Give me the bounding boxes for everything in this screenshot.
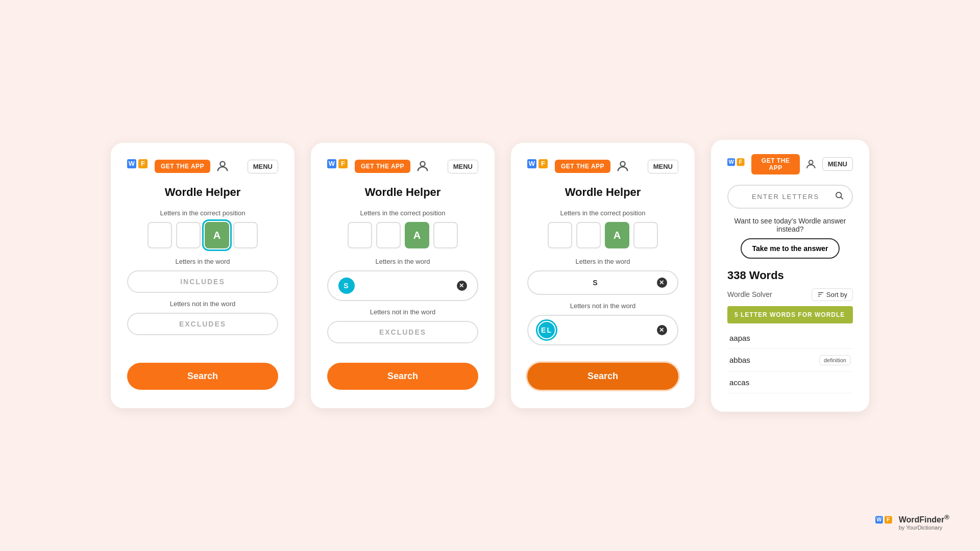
letter-box-3-0[interactable] xyxy=(548,222,572,248)
svg-text:F: F xyxy=(341,160,345,167)
word-row-accas: accas xyxy=(727,372,853,393)
word-row-aapas: aapas xyxy=(727,328,853,349)
definition-badge-abbas[interactable]: definition xyxy=(819,355,851,365)
excludes-placeholder-1: EXCLUDES xyxy=(179,320,226,328)
footer-brand-name: WordFinder® xyxy=(899,513,949,524)
search-icon-4 xyxy=(835,191,844,200)
sort-button-4[interactable]: Sort by xyxy=(812,288,853,301)
excludes-field-3[interactable]: EL ✕ xyxy=(527,315,678,345)
svg-text:W: W xyxy=(728,159,734,165)
letter-box-1-2[interactable]: A xyxy=(205,222,229,248)
get-app-button-2[interactable]: GET THE APP xyxy=(355,160,410,173)
card-3: W F GET THE APP MENU Wordle Helper Lette… xyxy=(511,143,695,408)
letter-box-3-1[interactable] xyxy=(576,222,601,248)
search-button-3[interactable]: Search xyxy=(527,363,678,390)
user-icon-2[interactable] xyxy=(415,159,430,173)
word-aapas: aapas xyxy=(729,334,750,342)
enter-letters-input[interactable] xyxy=(737,193,835,201)
word-accas: accas xyxy=(729,378,749,387)
footer-logo-icon: W F xyxy=(875,514,894,530)
search-icon-button-4[interactable] xyxy=(835,191,844,203)
letter-box-2-0[interactable] xyxy=(348,222,372,248)
letters-in-word-label-3: Letters in the word xyxy=(527,258,678,265)
letters-not-in-word-label-1: Letters not in the word xyxy=(127,300,278,308)
includes-value-3: S xyxy=(538,279,653,287)
category-banner-4: 5 LETTER WORDS FOR WORDLE xyxy=(727,306,853,323)
svg-text:W: W xyxy=(529,160,535,167)
logo-icon-1: W F xyxy=(127,157,150,176)
letter-box-3-2[interactable]: A xyxy=(605,222,629,248)
menu-button-4[interactable]: MENU xyxy=(822,157,853,171)
svg-text:W: W xyxy=(129,160,135,167)
card-2-title: Wordle Helper xyxy=(327,186,478,199)
svg-text:F: F xyxy=(887,516,890,522)
svg-text:W: W xyxy=(329,160,335,167)
correct-position-label-1: Letters in the correct position xyxy=(127,209,278,217)
footer-sub: by YourDictionary xyxy=(899,524,949,531)
menu-button-3[interactable]: MENU xyxy=(648,160,678,173)
footer-text: WordFinder® by YourDictionary xyxy=(899,513,949,531)
logo-icon-2: W F xyxy=(327,157,350,176)
includes-field-3[interactable]: S ✕ xyxy=(527,270,678,295)
card-1-title: Wordle Helper xyxy=(127,186,278,199)
logo-icon-3: W F xyxy=(527,157,550,176)
word-count-4: 338 Words xyxy=(727,269,853,282)
search-button-2[interactable]: Search xyxy=(327,363,478,390)
svg-text:F: F xyxy=(739,159,743,165)
user-icon-1[interactable] xyxy=(215,159,230,173)
answer-prompt-4: Want to see today's Wordle answer instea… xyxy=(727,217,853,233)
logo-icon-4: W F xyxy=(727,155,746,173)
solver-row-4: Wordle Solver Sort by xyxy=(727,288,853,301)
search-bar-4[interactable] xyxy=(727,185,853,209)
letter-boxes-3: A xyxy=(527,222,678,248)
get-app-button-3[interactable]: GET THE APP xyxy=(555,160,610,173)
includes-chip-2: S xyxy=(338,278,355,294)
card-4: W F GET THE APP MENU Want to see today's… xyxy=(711,140,869,412)
svg-text:F: F xyxy=(141,160,145,167)
take-answer-button[interactable]: Take me to the answer xyxy=(741,238,839,259)
footer: W F WordFinder® by YourDictionary xyxy=(875,513,949,531)
word-row-abbas: abbas definition xyxy=(727,349,853,372)
card-1-header: W F GET THE APP MENU xyxy=(127,157,278,176)
svg-text:F: F xyxy=(541,160,545,167)
excludes-chip-3: EL xyxy=(538,322,555,338)
svg-text:W: W xyxy=(876,516,882,522)
user-icon-4[interactable] xyxy=(805,157,817,171)
excludes-field-1[interactable]: EXCLUDES xyxy=(127,313,278,335)
sort-icon-4 xyxy=(817,291,824,298)
letter-box-2-2[interactable]: A xyxy=(405,222,429,248)
svg-point-9 xyxy=(420,162,425,166)
includes-clear-2[interactable]: ✕ xyxy=(457,281,467,291)
includes-field-2[interactable]: S ✕ xyxy=(327,270,478,301)
word-list-4: aapas abbas definition accas xyxy=(727,328,853,393)
solver-label-4: Wordle Solver xyxy=(727,290,772,298)
includes-clear-3[interactable]: ✕ xyxy=(657,278,667,288)
letters-not-in-word-label-2: Letters not in the word xyxy=(327,308,478,316)
letter-box-1-3[interactable] xyxy=(233,222,258,248)
svg-point-19 xyxy=(809,160,813,164)
menu-button-2[interactable]: MENU xyxy=(448,160,478,173)
word-abbas: abbas xyxy=(729,356,750,364)
excludes-clear-3[interactable]: ✕ xyxy=(657,325,667,335)
user-icon-3[interactable] xyxy=(616,159,630,173)
excludes-placeholder-2: EXCLUDES xyxy=(379,328,426,336)
search-button-1[interactable]: Search xyxy=(127,363,278,390)
letter-box-3-3[interactable] xyxy=(633,222,658,248)
card-1: W F GET THE APP MENU Wordle Helper Lette… xyxy=(111,143,295,408)
card-3-header: W F GET THE APP MENU xyxy=(527,157,678,176)
get-app-button-4[interactable]: GET THE APP xyxy=(751,154,800,174)
letters-in-word-label-1: Letters in the word xyxy=(127,258,278,265)
correct-position-label-2: Letters in the correct position xyxy=(327,209,478,217)
letters-in-word-label-2: Letters in the word xyxy=(327,258,478,265)
includes-placeholder-1: INCLUDES xyxy=(180,278,225,286)
excludes-field-2[interactable]: EXCLUDES xyxy=(327,321,478,343)
svg-line-21 xyxy=(841,197,843,199)
letter-box-1-0[interactable] xyxy=(148,222,172,248)
sort-label-4: Sort by xyxy=(826,291,847,298)
includes-field-1[interactable]: INCLUDES xyxy=(127,270,278,293)
get-app-button-1[interactable]: GET THE APP xyxy=(155,160,210,173)
letter-box-1-1[interactable] xyxy=(176,222,201,248)
menu-button-1[interactable]: MENU xyxy=(248,160,278,173)
letter-box-2-1[interactable] xyxy=(376,222,401,248)
letter-box-2-3[interactable] xyxy=(433,222,458,248)
